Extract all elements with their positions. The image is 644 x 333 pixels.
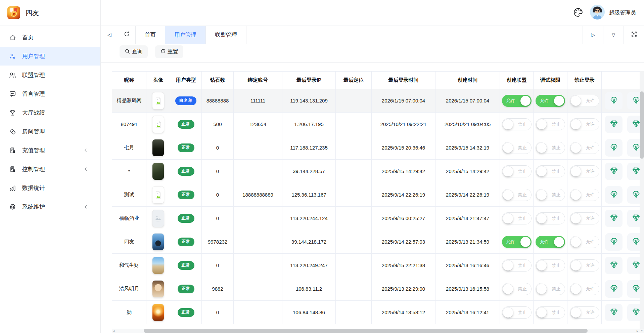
nickname-cell: 勋: [112, 301, 146, 324]
create-alliance-toggle[interactable]: 禁止: [502, 259, 532, 272]
diamond-action-button[interactable]: [605, 304, 623, 321]
debug-permission-toggle[interactable]: 允许: [536, 236, 565, 248]
diamond-action-button[interactable]: [605, 233, 623, 251]
created-time-cell: 2025/9/14 21:47:47: [435, 207, 500, 230]
sidebar-item-rooms[interactable]: 房间管理: [0, 122, 100, 141]
last-location-cell: [336, 89, 372, 113]
create-alliance-toggle[interactable]: 禁止: [502, 283, 532, 295]
nickname-cell: 和气生财: [112, 254, 146, 277]
tab-2[interactable]: 用户管理: [165, 26, 206, 44]
user-type-badge: 正常: [178, 191, 194, 199]
forbid-login-toggle[interactable]: 允许: [570, 142, 599, 154]
forbid-login-cell: 允许: [567, 254, 602, 277]
forbid-login-cell: 允许: [567, 160, 602, 183]
debug-permission-toggle[interactable]: 允许: [536, 95, 565, 107]
create-alliance-toggle[interactable]: 禁止: [502, 142, 532, 154]
tabbar: ◁ 首页用户管理联盟管理 ▷ ▽: [101, 26, 644, 44]
scroll-left-arrow-icon[interactable]: ◂: [113, 329, 114, 333]
actions-cell: [602, 230, 644, 254]
reset-button[interactable]: 重置: [155, 45, 183, 58]
diamond-action-button[interactable]: [605, 163, 623, 180]
create-alliance-toggle[interactable]: 允许: [502, 95, 532, 107]
create-alliance-toggle[interactable]: 禁止: [502, 189, 532, 201]
forbid-login-cell: 允许: [567, 89, 602, 113]
nav-back-button[interactable]: ◁: [101, 26, 118, 44]
fullscreen-button[interactable]: [624, 26, 644, 44]
scroll-right-arrow-icon[interactable]: ▸: [637, 329, 638, 333]
actions-cell: [602, 160, 644, 183]
created-time-cell: 2026/1/15 07:00:04: [435, 89, 500, 113]
sidebar-item-message[interactable]: 留言管理: [0, 84, 100, 103]
forbid-login-toggle[interactable]: 允许: [570, 189, 599, 201]
forbid-login-toggle[interactable]: 允许: [570, 118, 599, 130]
vertical-scrollbar[interactable]: [640, 71, 644, 329]
sidebar-item-building-lock[interactable]: 控制管理: [0, 160, 100, 178]
create-alliance-toggle[interactable]: 禁止: [502, 118, 532, 130]
debug-permission-toggle[interactable]: 禁止: [536, 306, 565, 319]
nav-forward-button[interactable]: ▷: [583, 26, 603, 44]
diamond-action-button[interactable]: [605, 186, 623, 204]
diamonds-cell: 0: [202, 301, 234, 324]
horizontal-scrollbar[interactable]: ◂ ▸: [112, 329, 640, 333]
refresh-tab-button[interactable]: [118, 26, 136, 44]
bound-account-cell: [234, 160, 282, 183]
actions-cell: [602, 207, 644, 230]
debug-permission-toggle[interactable]: 禁止: [536, 259, 565, 272]
debug-permission-toggle[interactable]: 禁止: [536, 189, 565, 201]
diamond-action-button[interactable]: [605, 280, 623, 298]
debug-permission-toggle[interactable]: 禁止: [536, 165, 565, 177]
query-button[interactable]: 查询: [120, 45, 148, 58]
debug-permission-toggle[interactable]: 禁止: [536, 212, 565, 224]
create-alliance-toggle[interactable]: 允许: [502, 236, 532, 248]
sidebar-item-gear[interactable]: 系统维护: [0, 197, 100, 216]
sidebar-item-home[interactable]: 首页: [0, 28, 100, 47]
dropdown-triangle-icon: ▽: [612, 32, 615, 37]
forbid-login-toggle[interactable]: 允许: [570, 212, 599, 224]
avatar-cell: [146, 160, 170, 183]
tabbar-spacer: [246, 26, 583, 44]
sidebar-item-trophy[interactable]: 大厅战绩: [0, 103, 100, 122]
table-row: 七月 正常 0 117.188.127.235 2025/9/15 20:36:…: [112, 136, 644, 160]
scrollbar-corner: ▾: [640, 329, 644, 333]
forbid-login-toggle[interactable]: 允许: [570, 259, 599, 272]
create-alliance-toggle[interactable]: 禁止: [502, 306, 532, 319]
last-login-ip-cell: 106.83.11.2: [282, 277, 336, 301]
debug-permission-toggle[interactable]: 禁止: [536, 118, 565, 130]
diamond-action-button[interactable]: [605, 116, 623, 133]
create-alliance-toggle[interactable]: 禁止: [502, 165, 532, 177]
user-avatar: [152, 116, 164, 133]
tab-1[interactable]: 首页: [136, 26, 165, 44]
last-location-cell: [336, 113, 372, 136]
theme-palette-button[interactable]: [573, 7, 584, 19]
chevron-left-icon: [84, 205, 88, 209]
sidebar-item-users[interactable]: 联盟管理: [0, 66, 100, 84]
vertical-scrollbar-thumb[interactable]: [640, 91, 644, 159]
tab-actions-dropdown-button[interactable]: ▽: [603, 26, 624, 44]
column-header: 最后定位: [336, 72, 372, 89]
forbid-login-toggle[interactable]: 允许: [570, 306, 599, 319]
forbid-login-toggle[interactable]: 允许: [570, 95, 599, 107]
diamond-action-button[interactable]: [605, 139, 623, 157]
horizontal-scrollbar-thumb[interactable]: [144, 329, 588, 333]
sidebar-item-label: 首页: [22, 34, 34, 41]
debug-permission-toggle[interactable]: 禁止: [536, 142, 565, 154]
avatar-cell: [146, 207, 170, 230]
secondary-action-icon: [632, 166, 641, 176]
forbid-login-toggle[interactable]: 允许: [570, 236, 599, 248]
sidebar-item-bar-chart[interactable]: 数据统计: [0, 178, 100, 197]
create-alliance-toggle[interactable]: 禁止: [502, 212, 532, 224]
tab-3[interactable]: 联盟管理: [206, 26, 246, 44]
diamond-action-button[interactable]: [605, 257, 623, 274]
diamond-action-button[interactable]: [605, 92, 623, 110]
created-time-cell: 2025/9/13 16:16:46: [435, 254, 500, 277]
forbid-login-toggle[interactable]: 允许: [570, 283, 599, 295]
diamond-action-button[interactable]: [605, 210, 623, 227]
debug-permission-toggle[interactable]: 禁止: [536, 283, 565, 295]
forward-triangle-icon: ▷: [591, 32, 595, 38]
sidebar-item-user-settings[interactable]: 用户管理: [0, 47, 100, 66]
sidebar-item-building-lock[interactable]: 充值管理: [0, 141, 100, 160]
debug-permission-cell: 禁止: [534, 301, 567, 324]
forbid-login-toggle[interactable]: 允许: [570, 165, 599, 177]
sidebar-item-label: 留言管理: [22, 90, 45, 98]
admin-menu[interactable]: 超级管理员: [590, 4, 636, 21]
